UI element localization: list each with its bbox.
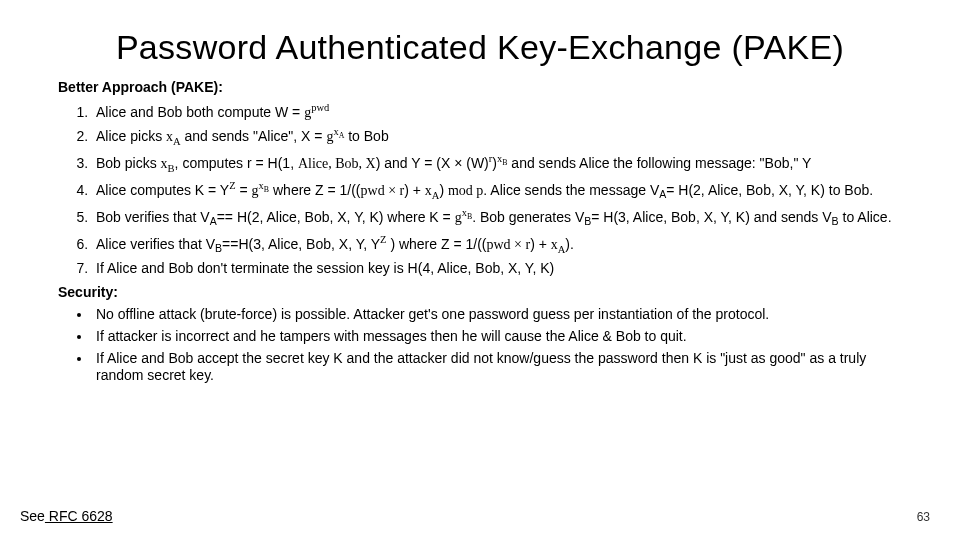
rfc-link[interactable]: RFC 6628 [45,508,113,524]
slide-title: Password Authenticated Key-Exchange (PAK… [58,28,902,67]
step-2: Alice picks xA and sends "Alice", X = gx… [92,125,902,148]
security-item-1: No offline attack (brute-force) is possi… [92,306,902,324]
security-list: No offline attack (brute-force) is possi… [58,306,902,386]
approach-heading: Better Approach (PAKE): [58,79,902,97]
step-4: Alice computes K = YZ = gxB where Z = 1/… [92,179,902,202]
security-item-2: If attacker is incorrect and he tampers … [92,328,902,346]
slide-body: Better Approach (PAKE): Alice and Bob bo… [58,79,902,385]
page-number: 63 [917,510,930,524]
step-1: Alice and Bob both compute W = gpwd [92,101,902,122]
step-6: Alice verifies that VB==H(3, Alice, Bob,… [92,233,902,256]
slide: Password Authenticated Key-Exchange (PAK… [0,0,960,540]
security-item-3: If Alice and Bob accept the secret key K… [92,350,902,386]
step-7: If Alice and Bob don't terminate the ses… [92,260,902,278]
security-heading: Security: [58,284,902,302]
steps-list: Alice and Bob both compute W = gpwd Alic… [58,101,902,278]
step-3: Bob picks xB, computes r = H(1, Alice, B… [92,152,902,175]
step-5: Bob verifies that VA== H(2, Alice, Bob, … [92,206,902,229]
footer-reference: See RFC 6628 [20,508,113,524]
